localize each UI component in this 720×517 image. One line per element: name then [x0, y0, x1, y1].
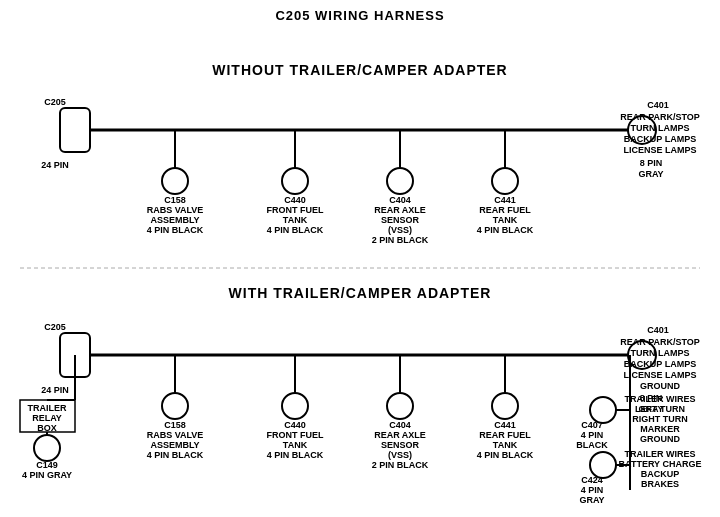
svg-point-13: [162, 168, 188, 194]
svg-text:C404: C404: [389, 195, 411, 205]
svg-text:BOX: BOX: [37, 423, 57, 433]
svg-rect-1: [60, 108, 90, 152]
svg-text:BLACK: BLACK: [576, 440, 608, 450]
top-section-label: WITHOUT TRAILER/CAMPER ADAPTER: [212, 62, 507, 78]
svg-text:GRAY: GRAY: [579, 495, 604, 505]
svg-text:C404: C404: [389, 420, 411, 430]
svg-text:FRONT FUEL: FRONT FUEL: [267, 205, 324, 215]
svg-text:TRAILER WIRES: TRAILER WIRES: [625, 394, 696, 404]
svg-text:GROUND: GROUND: [640, 381, 680, 391]
svg-text:4 PIN BLACK: 4 PIN BLACK: [147, 225, 204, 235]
svg-text:8 PIN: 8 PIN: [640, 158, 663, 168]
svg-text:SENSOR: SENSOR: [381, 215, 420, 225]
svg-text:C441: C441: [494, 195, 516, 205]
svg-point-62: [162, 393, 188, 419]
svg-text:REAR AXLE: REAR AXLE: [374, 205, 426, 215]
svg-text:MARKER: MARKER: [640, 424, 680, 434]
svg-text:BACKUP: BACKUP: [641, 469, 680, 479]
svg-text:BACKUP LAMPS: BACKUP LAMPS: [624, 359, 696, 369]
wiring-diagram: WITHOUT TRAILER/CAMPER ADAPTER C205 24 P…: [0, 0, 720, 517]
svg-text:C158: C158: [164, 420, 186, 430]
svg-text:LEFT TURN: LEFT TURN: [635, 404, 685, 414]
svg-text:REAR FUEL: REAR FUEL: [479, 430, 531, 440]
svg-text:REAR FUEL: REAR FUEL: [479, 205, 531, 215]
svg-text:TRAILER WIRES: TRAILER WIRES: [625, 449, 696, 459]
svg-point-68: [282, 393, 308, 419]
svg-text:24 PIN: 24 PIN: [41, 160, 69, 170]
svg-text:4 PIN BLACK: 4 PIN BLACK: [477, 225, 534, 235]
svg-text:4 PIN: 4 PIN: [581, 430, 604, 440]
svg-text:TURN LAMPS: TURN LAMPS: [631, 348, 690, 358]
svg-text:RABS VALVE: RABS VALVE: [147, 205, 204, 215]
svg-text:RELAY: RELAY: [32, 413, 62, 423]
svg-text:C401: C401: [647, 325, 669, 335]
svg-text:RIGHT TURN: RIGHT TURN: [632, 414, 688, 424]
svg-text:(VSS): (VSS): [388, 450, 412, 460]
diagram-container: C205 WIRING HARNESS WITHOUT TRAILER/CAMP…: [0, 0, 720, 517]
svg-text:C440: C440: [284, 195, 306, 205]
svg-text:BRAKES: BRAKES: [641, 479, 679, 489]
svg-text:C424: C424: [581, 475, 603, 485]
svg-text:LICENSE LAMPS: LICENSE LAMPS: [623, 370, 696, 380]
svg-text:RABS VALVE: RABS VALVE: [147, 430, 204, 440]
bottom-section-label: WITH TRAILER/CAMPER ADAPTER: [229, 285, 492, 301]
svg-text:REAR AXLE: REAR AXLE: [374, 430, 426, 440]
svg-text:C401: C401: [647, 100, 669, 110]
svg-text:REAR PARK/STOP: REAR PARK/STOP: [620, 337, 700, 347]
svg-text:4 PIN: 4 PIN: [581, 485, 604, 495]
svg-text:BACKUP LAMPS: BACKUP LAMPS: [624, 134, 696, 144]
svg-text:REAR PARK/STOP: REAR PARK/STOP: [620, 112, 700, 122]
svg-point-48: [34, 435, 60, 461]
svg-text:4 PIN BLACK: 4 PIN BLACK: [147, 450, 204, 460]
svg-point-32: [492, 168, 518, 194]
svg-point-19: [282, 168, 308, 194]
svg-text:C441: C441: [494, 420, 516, 430]
svg-text:C440: C440: [284, 420, 306, 430]
svg-text:4 PIN BLACK: 4 PIN BLACK: [477, 450, 534, 460]
svg-text:LICENSE LAMPS: LICENSE LAMPS: [623, 145, 696, 155]
svg-text:4 PIN BLACK: 4 PIN BLACK: [267, 450, 324, 460]
svg-point-25: [387, 168, 413, 194]
svg-point-74: [387, 393, 413, 419]
svg-text:(VSS): (VSS): [388, 225, 412, 235]
svg-text:TURN LAMPS: TURN LAMPS: [631, 123, 690, 133]
svg-point-81: [492, 393, 518, 419]
svg-text:BATTERY CHARGE: BATTERY CHARGE: [619, 459, 702, 469]
svg-text:2 PIN BLACK: 2 PIN BLACK: [372, 235, 429, 245]
svg-text:4 PIN GRAY: 4 PIN GRAY: [22, 470, 72, 480]
svg-text:C149: C149: [36, 460, 58, 470]
svg-text:ASSEMBLY: ASSEMBLY: [150, 215, 199, 225]
svg-text:GRAY: GRAY: [638, 169, 663, 179]
svg-text:4 PIN BLACK: 4 PIN BLACK: [267, 225, 324, 235]
svg-text:C205: C205: [44, 97, 66, 107]
svg-text:TANK: TANK: [283, 440, 308, 450]
svg-text:24 PIN: 24 PIN: [41, 385, 69, 395]
svg-text:C407: C407: [581, 420, 603, 430]
svg-text:FRONT FUEL: FRONT FUEL: [267, 430, 324, 440]
svg-text:TRAILER: TRAILER: [28, 403, 67, 413]
svg-text:TANK: TANK: [493, 440, 518, 450]
svg-text:ASSEMBLY: ASSEMBLY: [150, 440, 199, 450]
svg-text:GROUND: GROUND: [640, 434, 680, 444]
svg-text:C205: C205: [44, 322, 66, 332]
svg-text:TANK: TANK: [283, 215, 308, 225]
svg-text:2 PIN BLACK: 2 PIN BLACK: [372, 460, 429, 470]
svg-text:TANK: TANK: [493, 215, 518, 225]
svg-text:C158: C158: [164, 195, 186, 205]
svg-text:SENSOR: SENSOR: [381, 440, 420, 450]
